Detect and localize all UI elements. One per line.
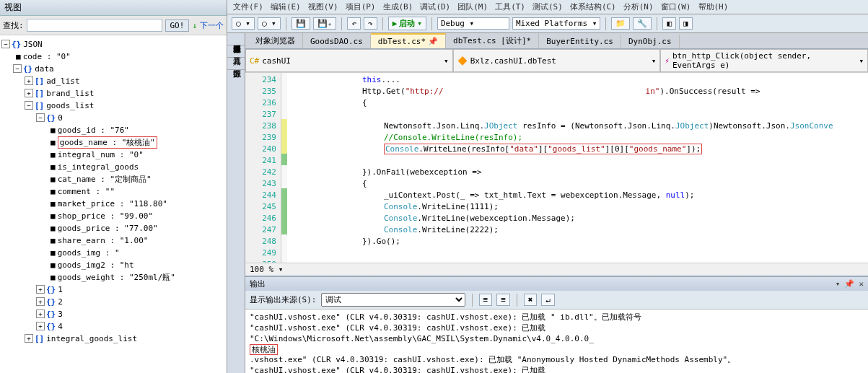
- menu-item[interactable]: 工具(T): [495, 1, 525, 12]
- server-explorer-tab[interactable]: 服务器资源管理器: [227, 33, 245, 45]
- goods-name-node[interactable]: goods_name : "核桃油": [58, 136, 157, 149]
- search-row: 查找: GO! ↓ 下一个: [0, 16, 227, 35]
- output-text[interactable]: "cashUI.vshost.exe" (CLR v4.0.30319: cas…: [245, 310, 868, 373]
- tab-goods-dao[interactable]: GoodsDAO.cs: [303, 35, 371, 48]
- collapse-icon[interactable]: −: [25, 101, 33, 110]
- data-node[interactable]: data: [35, 64, 54, 74]
- tab-dbtest[interactable]: dbTest.cs*📌: [371, 33, 446, 48]
- forward-button[interactable]: ◯ ▾: [258, 17, 281, 30]
- output-line: "cashUI.vshost.exe" (CLR v4.0.30319: cas…: [250, 323, 864, 345]
- menu-item[interactable]: 团队(M): [457, 1, 488, 12]
- menu-item[interactable]: 项目(P): [346, 1, 376, 12]
- tool-button[interactable]: ◧: [662, 17, 676, 30]
- tool-button[interactable]: ≡: [496, 294, 510, 306]
- share-earn-node[interactable]: share_earn : "1.00": [58, 236, 149, 245]
- expand-icon[interactable]: +: [36, 297, 45, 306]
- menu-item[interactable]: 体系结构(C): [570, 1, 616, 12]
- next-link[interactable]: 下一个: [200, 20, 224, 31]
- view-header: 视图: [0, 0, 227, 16]
- index-3-node[interactable]: 3: [58, 310, 63, 319]
- zoom-bar[interactable]: 100 % ▾: [245, 263, 868, 276]
- shop-price-node[interactable]: shop_price : "99.00": [58, 211, 153, 221]
- dropdown-icon[interactable]: ▾: [836, 279, 841, 289]
- start-button[interactable]: ▶ 启动 ▾: [388, 17, 426, 30]
- redo-button[interactable]: ↷: [364, 17, 377, 30]
- tab-dbtest-design[interactable]: dbTest.cs [设计]*: [446, 33, 539, 48]
- undo-button[interactable]: ↶: [347, 17, 361, 30]
- tool-button[interactable]: ◨: [679, 17, 693, 30]
- output-line: "cashUI.vshost.exe" (CLR v4.0.30319: cas…: [250, 366, 864, 373]
- pin-icon[interactable]: 📌: [844, 279, 854, 289]
- index-0-node[interactable]: 0: [58, 113, 63, 123]
- back-button[interactable]: ◯ ▾: [232, 17, 255, 30]
- menu-item[interactable]: 调试(D): [420, 1, 450, 12]
- tool-button[interactable]: ≡: [479, 294, 493, 306]
- expand-icon[interactable]: +: [36, 285, 45, 294]
- go-button[interactable]: GO!: [165, 19, 190, 32]
- collapse-icon[interactable]: −: [13, 64, 22, 73]
- output-header: 输出 ▾ 📌 ✕: [245, 277, 868, 291]
- goods-price-node[interactable]: goods_price : "77.00": [58, 224, 158, 233]
- leaf-icon: ■: [51, 260, 56, 270]
- menu-item[interactable]: 生成(B): [383, 1, 413, 12]
- leaf-icon: ■: [51, 150, 56, 159]
- tool-button[interactable]: 🔧: [633, 17, 652, 30]
- config-dropdown[interactable]: Debug ▾: [437, 17, 509, 30]
- brand-list-node[interactable]: brand_list: [46, 89, 94, 98]
- menu-item[interactable]: 编辑(E): [271, 1, 301, 12]
- is-integral-goods-node[interactable]: is_integral_goods: [58, 162, 139, 172]
- expand-icon[interactable]: +: [25, 76, 33, 85]
- code-body[interactable]: this.... Http.Get("http://in").OnSuccess…: [287, 73, 868, 263]
- goods-img2-node[interactable]: goods_img2 : "ht: [58, 260, 134, 270]
- close-icon[interactable]: ✕: [859, 279, 864, 289]
- class-dropdown[interactable]: 🔶Bxlz.cashUI.dbTest▾: [453, 49, 661, 72]
- namespace-dropdown[interactable]: C#cashUI▾: [245, 49, 453, 72]
- menu-item[interactable]: 测试(S): [532, 1, 563, 12]
- goods-list-node[interactable]: goods_list: [46, 101, 94, 110]
- json-tree[interactable]: −{}JSON ■code : "0" −{}data +[]ad_list +…: [0, 35, 227, 373]
- code-editor[interactable]: 2342352362372382392402412422432442452462…: [245, 73, 868, 263]
- tab-buyer-entity[interactable]: BuyerEntity.cs: [539, 35, 621, 48]
- output-source-dropdown[interactable]: 调试: [321, 293, 465, 307]
- save-button[interactable]: 💾: [291, 17, 310, 30]
- index-1-node[interactable]: 1: [58, 285, 63, 294]
- tab-object-browser[interactable]: 对象浏览器: [248, 33, 303, 48]
- datasources-tab[interactable]: 数据源: [227, 58, 245, 70]
- code-node[interactable]: code : "0": [23, 52, 71, 61]
- market-price-node[interactable]: market_price : "118.80": [58, 199, 167, 209]
- menu-item[interactable]: 文件(F): [233, 1, 263, 12]
- expand-icon[interactable]: +: [25, 89, 33, 97]
- tool-button[interactable]: 📁: [611, 17, 630, 30]
- platform-dropdown[interactable]: Mixed Platforms ▾: [512, 17, 601, 30]
- collapse-icon[interactable]: −: [36, 113, 45, 122]
- wrap-button[interactable]: ↵: [541, 294, 555, 306]
- toolbox-tab[interactable]: 工具箱: [227, 45, 245, 58]
- menu-item[interactable]: 窗口(W): [661, 1, 691, 12]
- clear-button[interactable]: ✖: [524, 294, 538, 306]
- comment-node[interactable]: comment : "": [58, 187, 115, 196]
- goods-id-node[interactable]: goods_id : "76": [58, 126, 129, 135]
- menu-item[interactable]: 帮助(H): [698, 1, 729, 12]
- expand-icon[interactable]: +: [36, 322, 45, 330]
- pin-icon[interactable]: 📌: [428, 37, 438, 46]
- menu-item[interactable]: 分析(N): [623, 1, 654, 12]
- save-all-button[interactable]: 💾₊: [313, 17, 337, 30]
- goods-img-node[interactable]: goods_img : ": [58, 248, 120, 258]
- leaf-icon: ■: [51, 162, 56, 172]
- cat-name-node[interactable]: cat_name : "定制商品": [58, 174, 152, 185]
- menu-item[interactable]: 视图(V): [308, 1, 338, 12]
- integral-num-node[interactable]: integral_num : "0": [58, 150, 144, 159]
- integral-goods-list-node[interactable]: integral_goods_list: [46, 334, 137, 343]
- expand-icon[interactable]: +: [36, 310, 45, 318]
- leaf-icon: ■: [51, 211, 56, 221]
- index-4-node[interactable]: 4: [58, 322, 63, 331]
- tab-dynobj[interactable]: DynObj.cs: [621, 35, 680, 48]
- index-2-node[interactable]: 2: [58, 297, 63, 307]
- expand-icon[interactable]: +: [25, 334, 33, 343]
- method-dropdown[interactable]: ⚡btn_http_Click(object sender, EventArgs…: [660, 49, 868, 72]
- collapse-icon[interactable]: −: [1, 40, 10, 48]
- root-node[interactable]: JSON: [23, 40, 43, 49]
- ad-list-node[interactable]: ad_list: [46, 76, 79, 86]
- search-input[interactable]: [27, 19, 162, 32]
- goods-weight-node[interactable]: goods_weight : "250ml/瓶": [58, 272, 175, 283]
